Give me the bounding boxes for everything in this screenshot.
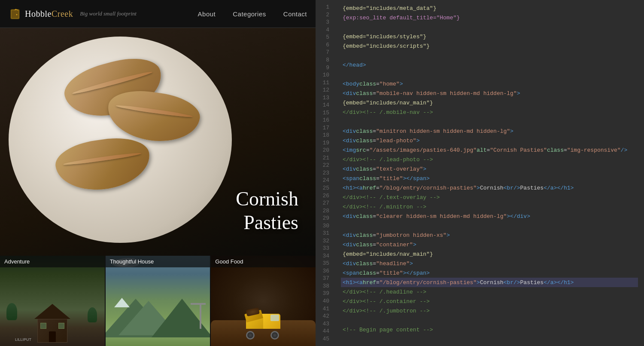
logo-text: HobbleCreek [25,9,73,19]
thumb-good-food-label: Good Food [211,256,316,267]
code-lines: {embed="includes/meta_data"}{exp:seo_lit… [335,0,644,346]
website-preview: HobbleCreek Big world small footprint Ab… [0,0,316,346]
hero-title-line2: Pasties [236,211,298,234]
code-editor-panel: 1234567891011121314151617181920212223242… [316,0,644,346]
logo-tagline: Big world small footprint [80,10,137,17]
code-editor[interactable]: 1234567891011121314151617181920212223242… [316,0,644,346]
nav-categories[interactable]: Categories [233,10,266,18]
line-numbers: 1234567891011121314151617181920212223242… [316,0,334,346]
nav-contact[interactable]: Contact [283,10,307,18]
hero-title-line1: Cornish [236,187,298,211]
svg-rect-1 [12,10,18,18]
thumb-thoughtful-house[interactable]: Thoughtful House [106,256,210,346]
nav-links: About Categories Contact [198,10,307,18]
svg-point-2 [16,14,18,15]
nav-about[interactable]: About [198,10,216,18]
thumb-good-food[interactable]: Good Food [211,256,316,346]
thumb-adventure[interactable]: LILLIPUT Adventure [0,256,105,346]
thumbnails-row: LILLIPUT Adventure Though [0,256,316,346]
thumb-thoughtful-house-label: Thoughtful House [106,256,210,267]
site-header: HobbleCreek Big world small footprint Ab… [0,0,316,28]
hero-image: Cornish Pasties [0,28,316,256]
logo-icon [9,7,21,20]
thumb-adventure-label: Adventure [0,256,105,267]
logo-area: HobbleCreek Big world small footprint [9,7,198,20]
